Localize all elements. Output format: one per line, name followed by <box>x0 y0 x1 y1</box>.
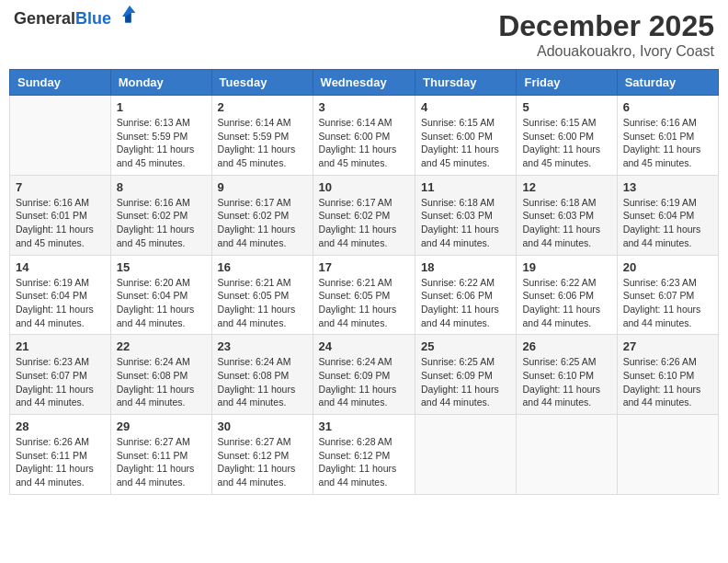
day-info: Sunrise: 6:22 AMSunset: 6:06 PMDaylight:… <box>421 276 510 330</box>
calendar-cell <box>415 415 517 495</box>
day-number: 27 <box>623 339 712 353</box>
calendar-cell: 23Sunrise: 6:24 AMSunset: 6:08 PMDayligh… <box>211 335 313 415</box>
day-number: 14 <box>16 260 105 274</box>
month-title: December 2025 <box>498 9 714 43</box>
calendar-cell: 27Sunrise: 6:26 AMSunset: 6:10 PMDayligh… <box>617 335 718 415</box>
day-number: 20 <box>623 260 712 274</box>
day-info: Sunrise: 6:14 AMSunset: 5:59 PMDaylight:… <box>218 116 307 170</box>
calendar-cell: 18Sunrise: 6:22 AMSunset: 6:06 PMDayligh… <box>415 255 517 335</box>
day-info: Sunrise: 6:20 AMSunset: 6:04 PMDaylight:… <box>117 276 206 330</box>
page-header: GeneralBlue December 2025 Adouakouakro, … <box>9 9 719 60</box>
location-title: Adouakouakro, Ivory Coast <box>498 43 714 60</box>
day-info: Sunrise: 6:16 AMSunset: 6:02 PMDaylight:… <box>117 196 206 250</box>
calendar-cell: 2Sunrise: 6:14 AMSunset: 5:59 PMDaylight… <box>211 96 313 176</box>
day-number: 19 <box>522 260 610 274</box>
day-number: 1 <box>117 100 206 114</box>
calendar-cell: 9Sunrise: 6:17 AMSunset: 6:02 PMDaylight… <box>211 175 313 255</box>
calendar-cell: 17Sunrise: 6:21 AMSunset: 6:05 PMDayligh… <box>313 255 415 335</box>
day-number: 7 <box>16 180 105 194</box>
calendar-cell: 8Sunrise: 6:16 AMSunset: 6:02 PMDaylight… <box>110 175 211 255</box>
calendar-cell: 26Sunrise: 6:25 AMSunset: 6:10 PMDayligh… <box>517 335 617 415</box>
calendar-table: SundayMondayTuesdayWednesdayThursdayFrid… <box>9 69 719 495</box>
day-info: Sunrise: 6:26 AMSunset: 6:11 PMDaylight:… <box>16 435 105 489</box>
weekday-header-monday: Monday <box>110 70 211 96</box>
calendar-cell: 21Sunrise: 6:23 AMSunset: 6:07 PMDayligh… <box>10 335 111 415</box>
day-number: 29 <box>117 419 206 433</box>
day-number: 13 <box>623 180 712 194</box>
day-info: Sunrise: 6:18 AMSunset: 6:03 PMDaylight:… <box>421 196 510 250</box>
day-number: 21 <box>16 339 105 353</box>
calendar-cell: 22Sunrise: 6:24 AMSunset: 6:08 PMDayligh… <box>110 335 211 415</box>
calendar-cell: 6Sunrise: 6:16 AMSunset: 6:01 PMDaylight… <box>617 96 718 176</box>
day-info: Sunrise: 6:17 AMSunset: 6:02 PMDaylight:… <box>319 196 409 250</box>
calendar-cell: 29Sunrise: 6:27 AMSunset: 6:11 PMDayligh… <box>110 415 211 495</box>
weekday-header-friday: Friday <box>517 70 617 96</box>
day-info: Sunrise: 6:26 AMSunset: 6:10 PMDaylight:… <box>623 355 712 409</box>
day-info: Sunrise: 6:24 AMSunset: 6:09 PMDaylight:… <box>319 355 409 409</box>
day-number: 18 <box>421 260 510 274</box>
calendar-cell: 13Sunrise: 6:19 AMSunset: 6:04 PMDayligh… <box>617 175 718 255</box>
day-info: Sunrise: 6:19 AMSunset: 6:04 PMDaylight:… <box>623 196 712 250</box>
calendar-cell: 28Sunrise: 6:26 AMSunset: 6:11 PMDayligh… <box>10 415 111 495</box>
week-row-1: 1Sunrise: 6:13 AMSunset: 5:59 PMDaylight… <box>10 96 719 176</box>
day-number: 26 <box>522 339 610 353</box>
day-number: 30 <box>218 419 307 433</box>
day-number: 28 <box>16 419 105 433</box>
day-info: Sunrise: 6:21 AMSunset: 6:05 PMDaylight:… <box>218 276 307 330</box>
calendar-cell: 7Sunrise: 6:16 AMSunset: 6:01 PMDaylight… <box>10 175 111 255</box>
week-row-4: 21Sunrise: 6:23 AMSunset: 6:07 PMDayligh… <box>10 335 719 415</box>
day-number: 5 <box>522 100 610 114</box>
calendar-cell: 10Sunrise: 6:17 AMSunset: 6:02 PMDayligh… <box>313 175 415 255</box>
day-info: Sunrise: 6:24 AMSunset: 6:08 PMDaylight:… <box>117 355 206 409</box>
day-info: Sunrise: 6:27 AMSunset: 6:11 PMDaylight:… <box>117 435 206 489</box>
day-number: 23 <box>218 339 307 353</box>
logo-blue: Blue <box>75 9 111 28</box>
calendar-cell: 5Sunrise: 6:15 AMSunset: 6:00 PMDaylight… <box>517 96 617 176</box>
calendar-cell: 19Sunrise: 6:22 AMSunset: 6:06 PMDayligh… <box>517 255 617 335</box>
calendar-cell: 1Sunrise: 6:13 AMSunset: 5:59 PMDaylight… <box>110 96 211 176</box>
day-number: 25 <box>421 339 510 353</box>
day-number: 3 <box>319 100 409 114</box>
weekday-header-tuesday: Tuesday <box>211 70 313 96</box>
logo-general: General <box>14 9 75 28</box>
day-number: 22 <box>117 339 206 353</box>
day-number: 15 <box>117 260 206 274</box>
day-info: Sunrise: 6:16 AMSunset: 6:01 PMDaylight:… <box>16 196 105 250</box>
weekday-header-wednesday: Wednesday <box>313 70 415 96</box>
day-number: 9 <box>218 180 307 194</box>
day-info: Sunrise: 6:22 AMSunset: 6:06 PMDaylight:… <box>522 276 610 330</box>
calendar-cell: 31Sunrise: 6:28 AMSunset: 6:12 PMDayligh… <box>313 415 415 495</box>
day-info: Sunrise: 6:16 AMSunset: 6:01 PMDaylight:… <box>623 116 712 170</box>
week-row-2: 7Sunrise: 6:16 AMSunset: 6:01 PMDaylight… <box>10 175 719 255</box>
calendar-cell: 12Sunrise: 6:18 AMSunset: 6:03 PMDayligh… <box>517 175 617 255</box>
day-number: 8 <box>117 180 206 194</box>
calendar-cell: 4Sunrise: 6:15 AMSunset: 6:00 PMDaylight… <box>415 96 517 176</box>
day-info: Sunrise: 6:24 AMSunset: 6:08 PMDaylight:… <box>218 355 307 409</box>
calendar-cell <box>617 415 718 495</box>
day-info: Sunrise: 6:21 AMSunset: 6:05 PMDaylight:… <box>319 276 409 330</box>
day-info: Sunrise: 6:27 AMSunset: 6:12 PMDaylight:… <box>218 435 307 489</box>
day-number: 2 <box>218 100 307 114</box>
weekday-header-row: SundayMondayTuesdayWednesdayThursdayFrid… <box>10 70 719 96</box>
calendar-cell: 25Sunrise: 6:25 AMSunset: 6:09 PMDayligh… <box>415 335 517 415</box>
calendar-cell: 16Sunrise: 6:21 AMSunset: 6:05 PMDayligh… <box>211 255 313 335</box>
day-info: Sunrise: 6:15 AMSunset: 6:00 PMDaylight:… <box>522 116 610 170</box>
logo-icon <box>115 2 137 24</box>
day-info: Sunrise: 6:14 AMSunset: 6:00 PMDaylight:… <box>319 116 409 170</box>
day-number: 12 <box>522 180 610 194</box>
calendar-cell: 14Sunrise: 6:19 AMSunset: 6:04 PMDayligh… <box>10 255 111 335</box>
calendar-cell <box>517 415 617 495</box>
day-number: 4 <box>421 100 510 114</box>
logo: GeneralBlue <box>14 9 111 29</box>
calendar-cell: 3Sunrise: 6:14 AMSunset: 6:00 PMDaylight… <box>313 96 415 176</box>
calendar-cell <box>10 96 111 176</box>
weekday-header-thursday: Thursday <box>415 70 517 96</box>
day-number: 31 <box>319 419 409 433</box>
title-area: December 2025 Adouakouakro, Ivory Coast <box>498 9 714 60</box>
day-info: Sunrise: 6:25 AMSunset: 6:09 PMDaylight:… <box>421 355 510 409</box>
day-info: Sunrise: 6:23 AMSunset: 6:07 PMDaylight:… <box>16 355 105 409</box>
day-info: Sunrise: 6:18 AMSunset: 6:03 PMDaylight:… <box>522 196 610 250</box>
day-number: 11 <box>421 180 510 194</box>
day-info: Sunrise: 6:13 AMSunset: 5:59 PMDaylight:… <box>117 116 206 170</box>
day-number: 24 <box>319 339 409 353</box>
